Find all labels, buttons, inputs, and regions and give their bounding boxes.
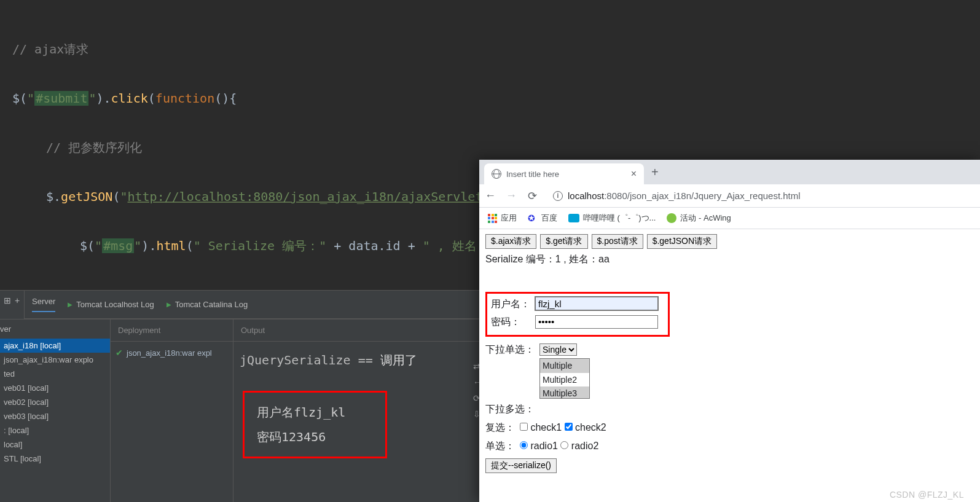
info-icon[interactable]: i	[553, 191, 563, 201]
baidu-icon: ✪	[528, 213, 538, 223]
form-highlight-box: 用户名： 密码：	[485, 292, 670, 337]
play-icon: ▶	[167, 301, 171, 308]
ajax-button[interactable]: $.ajax请求	[485, 234, 536, 249]
radio2[interactable]: radio2	[560, 438, 598, 454]
code-line: $("#submit").click(function(){	[12, 86, 968, 111]
tree-item[interactable]: ajax_i18n [local]	[0, 339, 110, 353]
tree-item[interactable]: veb03 [local]	[0, 409, 110, 423]
deployment-header: Deployment	[111, 320, 233, 342]
server-tree[interactable]: ajax_i18n [local] json_ajax_i18n:war exp…	[0, 339, 110, 466]
tree-item[interactable]: : [local]	[0, 423, 110, 437]
bookmark-bar: 应用 ✪百度 哔哩哔哩 (゜-゜)つ... 活动 - AcWing	[479, 208, 980, 229]
check2[interactable]: check2	[565, 420, 606, 436]
acwing-icon	[667, 213, 676, 223]
reload-icon[interactable]: ⟳	[526, 189, 538, 203]
forward-icon: →	[505, 189, 517, 202]
single-select-label: 下拉单选：	[485, 342, 539, 358]
tree-item[interactable]: ted	[0, 367, 110, 381]
bilibili-icon	[568, 214, 579, 222]
deployment-item[interactable]: ✔ json_ajax_i18n:war expl	[111, 342, 233, 364]
new-tab-button[interactable]: +	[644, 160, 666, 184]
apps-icon	[488, 214, 497, 223]
gutter-icons: ⊞ +	[0, 291, 25, 319]
bookmark-apps[interactable]: 应用	[488, 213, 517, 224]
close-icon[interactable]: ×	[631, 168, 637, 179]
back-icon[interactable]: ←	[484, 189, 496, 202]
multi-select-label: 下拉多选：	[485, 401, 539, 417]
tab-server[interactable]: Server	[32, 297, 55, 312]
password-label: 密码：	[491, 314, 535, 330]
browser-tab-bar: Insert title here × +	[479, 160, 980, 184]
run-panel: ⊞ + Server ▶Tomcat Localhost Log ▶Tomcat…	[0, 290, 479, 502]
tab-title: Insert title here	[506, 170, 559, 179]
username-input[interactable]	[535, 297, 658, 310]
check-icon: ✔	[116, 348, 123, 358]
output-console[interactable]: jQuerySerialize == 调用了 用户名flzj_kl 密码1234…	[233, 342, 479, 465]
bookmark-bilibili[interactable]: 哔哩哔哩 (゜-゜)つ...	[568, 213, 656, 224]
tree-item[interactable]: local]	[0, 437, 110, 452]
browser-window: Insert title here × + ← → ⟳ i localhost:…	[479, 160, 980, 502]
watermark: CSDN @FLZJ_KL	[890, 490, 964, 500]
code-line: // ajax请求	[12, 37, 968, 61]
result-text: Serialize 编号：1 , 姓名：aa	[485, 251, 974, 267]
username-label: 用户名：	[491, 296, 535, 312]
bookmark-baidu[interactable]: ✪百度	[528, 213, 557, 224]
output-highlight-box: 用户名flzj_kl 密码123456	[243, 391, 387, 458]
globe-icon	[492, 169, 501, 179]
tree-item[interactable]: json_ajax_i18n:war explo	[0, 353, 110, 367]
checkbox-label: 复选：	[485, 420, 520, 436]
tree-item[interactable]: veb02 [local]	[0, 395, 110, 409]
tab-log-catalina[interactable]: ▶Tomcat Catalina Log	[167, 300, 248, 309]
radio1[interactable]: radio1	[520, 438, 558, 454]
output-header: Output	[233, 320, 479, 342]
multi-option[interactable]: Multiple	[540, 359, 589, 372]
radio-label: 单选：	[485, 438, 520, 454]
add-icon[interactable]: +	[15, 296, 20, 314]
bookmark-acwing[interactable]: 活动 - AcWing	[667, 213, 731, 224]
multi-option[interactable]: Multiple2	[540, 373, 589, 386]
tab-log-localhost[interactable]: ▶Tomcat Localhost Log	[68, 300, 154, 309]
layout-icon[interactable]: ⊞	[4, 296, 11, 314]
password-input[interactable]	[535, 315, 658, 329]
multi-select[interactable]: Multiple Multiple2 Multiple3	[539, 358, 590, 399]
tree-item[interactable]: veb01 [local]	[0, 381, 110, 395]
page-content: $.ajax请求 $.get请求 $.post请求 $.getJSON请求 Se…	[479, 229, 980, 478]
getjson-button[interactable]: $.getJSON请求	[647, 234, 717, 249]
post-button[interactable]: $.post请求	[592, 234, 643, 249]
output-line: jQuerySerialize == 调用了	[240, 348, 473, 372]
server-label: ver	[0, 320, 110, 339]
code-line: // 把参数序列化	[46, 135, 968, 160]
tree-item[interactable]: STL [local]	[0, 452, 110, 466]
browser-tab[interactable]: Insert title here ×	[484, 163, 644, 184]
url-field[interactable]: i localhost:8080/json_ajax_i18n/Jquery_A…	[547, 188, 975, 203]
single-select[interactable]: Single	[539, 343, 577, 356]
submit-button[interactable]: 提交--serialize()	[485, 458, 557, 473]
play-icon: ▶	[68, 301, 73, 308]
get-button[interactable]: $.get请求	[540, 234, 587, 249]
address-bar: ← → ⟳ i localhost:8080/json_ajax_i18n/Jq…	[479, 184, 980, 208]
multi-option[interactable]: Multiple3	[540, 386, 589, 399]
check1[interactable]: check1	[520, 420, 562, 436]
